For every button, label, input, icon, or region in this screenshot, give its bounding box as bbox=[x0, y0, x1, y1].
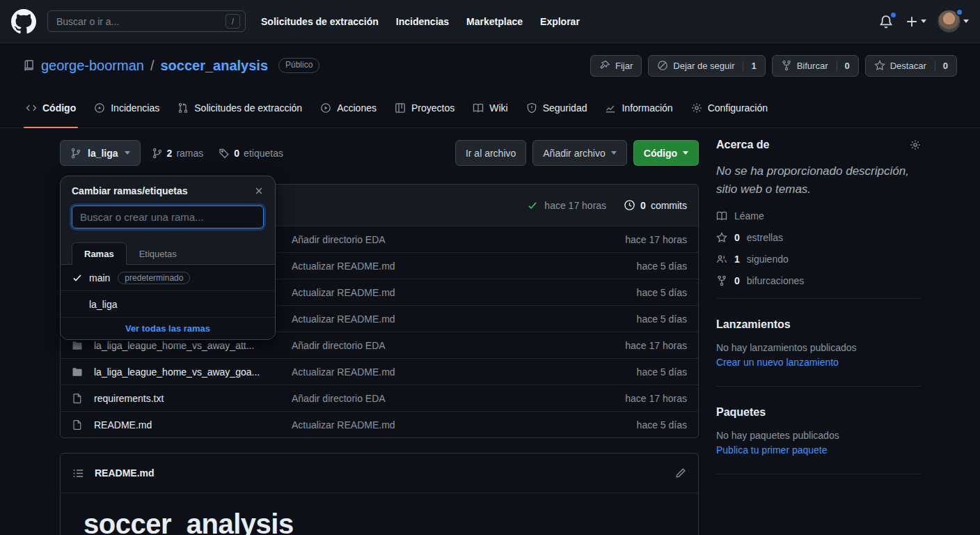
code-download-button[interactable]: Código bbox=[633, 140, 699, 166]
tab-label: Proyectos bbox=[411, 102, 455, 114]
commit-meta: hace 17 horas 0 commits bbox=[527, 199, 687, 211]
global-search-input[interactable]: Buscar o ir a... / bbox=[47, 10, 246, 32]
folder-icon bbox=[72, 340, 83, 351]
tab-branches[interactable]: Ramas bbox=[72, 242, 127, 265]
readme-filename[interactable]: README.md bbox=[95, 467, 155, 479]
tab-label: Acciones bbox=[337, 102, 377, 114]
readme-link[interactable]: Léame bbox=[716, 210, 921, 222]
star-button[interactable]: Destacar 0 bbox=[865, 55, 957, 77]
tab-label: Configuración bbox=[708, 102, 768, 114]
nav-issues[interactable]: Incidencias bbox=[396, 16, 449, 27]
watchers-count[interactable]: 1 bbox=[743, 61, 756, 71]
repo-actions: Fijar Dejar de seguir 1 Bifurcar 0 bbox=[590, 55, 957, 77]
forks-link[interactable]: 0 bifurcaciones bbox=[716, 275, 921, 286]
file-name[interactable]: requirements.txt bbox=[94, 393, 280, 404]
commit-message[interactable]: Actualizar README.md bbox=[292, 366, 626, 378]
commit-time: hace 17 horas bbox=[625, 234, 687, 245]
tab-tags[interactable]: Etiquetas bbox=[127, 242, 189, 265]
unwatch-button-label: Dejar de seguir bbox=[673, 61, 734, 71]
commit-message[interactable]: Añadir directorio EDA bbox=[292, 234, 614, 245]
tab-projects[interactable]: Proyectos bbox=[386, 88, 464, 127]
commit-message[interactable]: Actualizar README.md bbox=[292, 261, 626, 272]
branch-item-main[interactable]: main predeterminado bbox=[61, 265, 275, 291]
tab-insights[interactable]: Información bbox=[596, 88, 681, 127]
branch-list: main predeterminado la_liga bbox=[61, 265, 275, 318]
stars-link[interactable]: 0 estrellas bbox=[716, 232, 921, 243]
commit-message[interactable]: Actualizar README.md bbox=[292, 287, 626, 298]
publish-package-link[interactable]: Publica tu primer paquete bbox=[716, 444, 828, 456]
commit-message[interactable]: Actualizar README.md bbox=[292, 313, 626, 325]
readme-header: README.md bbox=[61, 453, 698, 493]
file-name[interactable]: la_liga_league_home_vs_away_att... bbox=[94, 340, 280, 351]
readme-panel: README.md soccer_analysis bbox=[60, 453, 699, 535]
tab-label: Incidencias bbox=[111, 102, 159, 114]
list-outline-icon[interactable] bbox=[72, 467, 84, 479]
repo-name-link[interactable]: soccer_analysis bbox=[160, 58, 268, 74]
commit-message[interactable]: Añadir directorio EDA bbox=[292, 393, 614, 404]
branch-name: main bbox=[89, 272, 110, 284]
tab-wiki[interactable]: Wiki bbox=[464, 88, 516, 127]
gear-icon[interactable] bbox=[910, 139, 921, 150]
commit-history-link[interactable]: 0 commits bbox=[624, 199, 687, 211]
branches-count-link[interactable]: 2 ramas bbox=[152, 148, 204, 159]
commit-message[interactable]: Actualizar README.md bbox=[292, 419, 626, 431]
commits-count: 0 bbox=[640, 200, 646, 211]
tab-security[interactable]: Seguridad bbox=[517, 88, 596, 127]
repo-tab-nav: Código Incidencias Solicitudes de extrac… bbox=[0, 88, 980, 128]
ref-counts: 2 ramas 0 etiquetas bbox=[152, 148, 283, 159]
graph-icon bbox=[605, 102, 616, 114]
tab-issues[interactable]: Incidencias bbox=[85, 88, 168, 127]
add-file-button[interactable]: Añadir archivo bbox=[532, 140, 627, 166]
close-icon[interactable] bbox=[251, 183, 267, 199]
fork-button-label: Bifurcar bbox=[797, 61, 828, 71]
chevron-down-icon bbox=[683, 151, 688, 155]
stars-count[interactable]: 0 bbox=[935, 61, 948, 71]
commit-time: hace 5 días bbox=[637, 366, 687, 378]
create-new-button[interactable] bbox=[905, 15, 926, 29]
nav-explore[interactable]: Explorar bbox=[540, 16, 580, 27]
create-release-link[interactable]: Crear un nuevo lanzamiento bbox=[716, 357, 839, 368]
nav-pull-requests[interactable]: Solicitudes de extracción bbox=[261, 16, 379, 27]
branch-search-input[interactable] bbox=[72, 206, 264, 228]
stat-label: estrellas bbox=[747, 232, 783, 243]
add-file-label: Añadir archivo bbox=[543, 148, 606, 159]
table-row[interactable]: README.md Actualizar README.md hace 5 dí… bbox=[61, 411, 698, 437]
check-icon[interactable] bbox=[527, 200, 538, 211]
watchers-link[interactable]: 1 siguiendo bbox=[716, 254, 921, 265]
view-all-branches[interactable]: Ver todas las ramas bbox=[61, 318, 275, 339]
forks-count[interactable]: 0 bbox=[837, 61, 850, 71]
table-row[interactable]: requirements.txt Añadir directorio EDA h… bbox=[61, 385, 698, 411]
gear-icon bbox=[691, 102, 702, 114]
github-logo-icon[interactable] bbox=[11, 9, 36, 34]
pencil-edit-icon[interactable] bbox=[675, 467, 686, 479]
fork-button[interactable]: Bifurcar 0 bbox=[772, 55, 859, 77]
unwatch-button[interactable]: Dejar de seguir 1 bbox=[648, 55, 765, 77]
commit-message[interactable]: Añadir directorio EDA bbox=[292, 340, 614, 351]
commit-time: hace 5 días bbox=[637, 261, 687, 272]
table-row[interactable]: la_liga_league_home_vs_away_goa... Actua… bbox=[61, 358, 698, 385]
last-commit-time[interactable]: hace 17 horas bbox=[544, 200, 606, 211]
branch-selector-button[interactable]: la_liga bbox=[60, 140, 141, 166]
tab-pull-requests[interactable]: Solicitudes de extracción bbox=[168, 88, 311, 127]
branch-item-la-liga[interactable]: la_liga bbox=[61, 291, 275, 318]
fork-icon bbox=[716, 275, 727, 286]
folder-icon bbox=[72, 366, 83, 378]
nav-marketplace[interactable]: Marketplace bbox=[466, 16, 523, 27]
tab-settings[interactable]: Configuración bbox=[682, 88, 777, 127]
about-section: Acerca de No se ha proporcionado descrip… bbox=[716, 139, 921, 286]
pin-button[interactable]: Fijar bbox=[590, 55, 642, 77]
history-clock-icon bbox=[624, 199, 635, 211]
chevron-down-icon bbox=[125, 151, 130, 155]
go-to-file-button[interactable]: Ir al archivo bbox=[455, 140, 526, 166]
tab-code[interactable]: Código bbox=[17, 88, 85, 127]
notifications-bell-icon[interactable] bbox=[878, 14, 894, 29]
file-name[interactable]: la_liga_league_home_vs_away_goa... bbox=[94, 366, 280, 378]
tags-count-link[interactable]: 0 etiquetas bbox=[219, 148, 283, 159]
repo-owner-link[interactable]: george-boorman bbox=[41, 58, 144, 74]
view-all-branches-link: Ver todas las ramas bbox=[125, 323, 210, 334]
tab-actions[interactable]: Acciones bbox=[311, 88, 386, 127]
user-avatar-menu[interactable] bbox=[938, 10, 969, 33]
default-branch-badge: predeterminado bbox=[118, 272, 190, 284]
stat-label: Léame bbox=[734, 210, 764, 222]
file-name[interactable]: README.md bbox=[94, 419, 280, 431]
